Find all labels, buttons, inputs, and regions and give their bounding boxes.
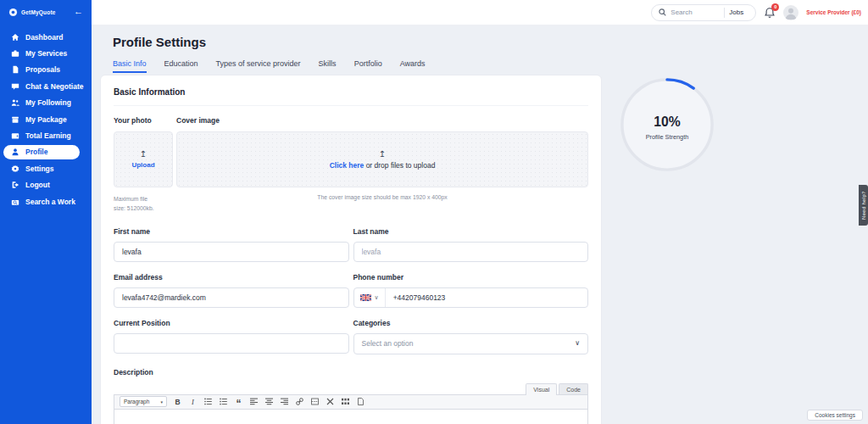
sidebar-item-my-following[interactable]: My Following (0, 95, 92, 111)
notification-badge: 0 (771, 3, 779, 11)
notifications-button[interactable]: 0 (764, 7, 776, 19)
tab-skills[interactable]: Skills (319, 59, 337, 73)
cookies-settings-button[interactable]: Cookies settings (807, 410, 863, 421)
email-label: Email address (114, 273, 349, 282)
sidebar-item-chat-negotiate[interactable]: Chat & Negotiate (0, 78, 92, 94)
tab-portfolio[interactable]: Portfolio (354, 59, 382, 73)
gear-icon (11, 165, 19, 173)
chevron-down-icon: ∨ (375, 294, 379, 300)
chevron-down-icon: ∨ (575, 340, 580, 347)
strength-percent: 10% (654, 114, 680, 129)
sidebar: GetMyQuote ← Dashboard My Services Propo… (0, 0, 92, 424)
current-position-label: Current Position (114, 319, 349, 327)
avatar[interactable] (783, 5, 798, 20)
photo-size-hint: Maximum file size: 512000kb. (114, 195, 156, 214)
profile-tabs: Basic Info Education Types of service pr… (113, 59, 426, 73)
editor-tab-visual[interactable]: Visual (526, 383, 557, 395)
section-title: Basic Information (114, 87, 588, 106)
header-search[interactable]: Jobs (651, 4, 756, 21)
sidebar-item-dashboard[interactable]: Dashboard (0, 29, 92, 45)
align-left-button[interactable] (249, 396, 259, 407)
bold-button[interactable]: B (173, 396, 182, 407)
editor-tab-code[interactable]: Code (559, 383, 588, 395)
categories-select[interactable]: Select an option ∨ (353, 333, 589, 354)
categories-label: Categories (353, 319, 589, 327)
ordered-list-button[interactable] (219, 396, 228, 407)
toolbar-toggle-button[interactable] (341, 396, 350, 407)
photo-upload-link[interactable]: Upload (131, 161, 154, 169)
fullscreen-button[interactable] (326, 396, 335, 407)
page-title: Profile Settings (113, 35, 206, 49)
dropdown-arrow-icon: ▾ (160, 399, 163, 404)
description-editor: Visual Code Paragraph▾ B I “ (114, 382, 588, 424)
sidebar-item-settings[interactable]: Settings (0, 160, 92, 176)
tab-types-of-service-provider[interactable]: Types of service provider (216, 59, 301, 73)
cover-size-hint: The cover image size should be max 1920 … (176, 194, 588, 200)
search-divider (724, 8, 725, 18)
logout-icon (11, 181, 19, 189)
document-icon (11, 65, 19, 74)
strength-label: Profile Strength (646, 133, 689, 141)
phone-label: Phone number (353, 273, 589, 282)
description-textarea[interactable] (114, 410, 588, 424)
tab-awards[interactable]: Awards (400, 59, 426, 73)
logo-text: GetMyQuote (21, 9, 56, 15)
account-type-label[interactable]: Service Provider (£0) (806, 9, 861, 15)
align-right-button[interactable] (280, 396, 289, 407)
cover-upload-dropzone[interactable]: ↥ Click here or drop files to upload (176, 131, 588, 187)
cover-label: Cover image (176, 116, 588, 125)
sidebar-item-total-earning[interactable]: Total Earning (0, 127, 92, 143)
profile-strength-gauge: 10% Profile Strength (617, 75, 717, 175)
phone-number-field[interactable] (386, 293, 587, 302)
photo-label: Your photo (114, 116, 173, 125)
basic-information-card: Basic Information Your photo ↥ Upload Ma… (100, 75, 602, 424)
need-help-tab[interactable]: Need help? (859, 185, 868, 226)
sidebar-item-profile[interactable]: Profile (3, 145, 80, 159)
country-code-select[interactable]: ∨ (354, 288, 386, 307)
sidebar-nav: Dashboard My Services Proposals Chat & N… (0, 29, 92, 209)
sidebar-item-my-package[interactable]: My Package (0, 111, 92, 127)
tab-education[interactable]: Education (164, 59, 198, 73)
uk-flag-icon (360, 294, 371, 301)
link-button[interactable] (295, 396, 304, 407)
last-name-field[interactable] (353, 242, 589, 262)
tab-basic-info[interactable]: Basic Info (113, 59, 147, 73)
paragraph-style-dropdown[interactable]: Paragraph▾ (120, 396, 167, 407)
sidebar-item-proposals[interactable]: Proposals (0, 62, 92, 78)
user-icon (11, 148, 19, 156)
logo: GetMyQuote ← (0, 0, 92, 17)
package-icon (11, 115, 19, 124)
search-input[interactable] (670, 8, 720, 16)
search-icon (659, 8, 666, 16)
description-label: Description (114, 368, 588, 377)
first-name-label: First name (114, 227, 349, 236)
users-icon (11, 98, 19, 107)
email-field[interactable] (114, 287, 349, 308)
sidebar-item-logout[interactable]: Logout (0, 177, 92, 193)
sidebar-item-my-services[interactable]: My Services (0, 45, 92, 61)
phone-field-group: ∨ (353, 287, 589, 308)
search-work-icon (11, 198, 19, 206)
bullet-list-button[interactable] (203, 396, 213, 407)
search-scope-jobs[interactable]: Jobs (729, 8, 743, 16)
align-center-button[interactable] (264, 396, 274, 407)
cover-click-here-link[interactable]: Click here (330, 161, 364, 170)
more-tag-button[interactable] (310, 396, 320, 407)
cover-upload-text: Click here or drop files to upload (330, 161, 436, 170)
blockquote-button[interactable]: “ (234, 396, 243, 407)
paste-as-text-button[interactable] (356, 396, 365, 407)
dashboard-icon (11, 33, 19, 42)
chat-icon (11, 82, 19, 91)
categories-selected-value: Select an option (362, 339, 414, 348)
first-name-field[interactable] (114, 242, 349, 262)
upload-icon: ↥ (140, 150, 147, 159)
italic-button[interactable]: I (188, 396, 198, 407)
last-name-label: Last name (353, 227, 589, 236)
wallet-icon (11, 131, 19, 140)
sidebar-item-search-a-work[interactable]: Search a Work (0, 193, 92, 209)
briefcase-icon (11, 49, 19, 58)
editor-toolbar: Paragraph▾ B I “ (114, 394, 588, 410)
sidebar-collapse-icon[interactable]: ← (74, 6, 83, 16)
current-position-field[interactable] (114, 333, 349, 354)
photo-upload-dropzone[interactable]: ↥ Upload (114, 131, 173, 187)
